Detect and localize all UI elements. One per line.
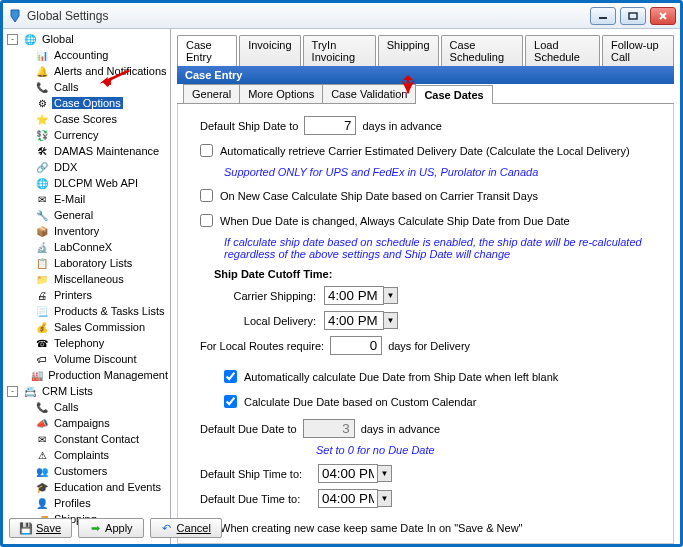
tree-item-profiles[interactable]: 👤Profiles	[3, 495, 170, 511]
apply-button[interactable]: ➡Apply	[78, 518, 144, 538]
close-button[interactable]	[650, 7, 676, 25]
tab-invoicing[interactable]: Invoicing	[239, 35, 300, 66]
tree-label: Laboratory Lists	[52, 257, 134, 269]
tree-label: Sales Commission	[52, 321, 147, 333]
tree-label: Constant Contact	[52, 433, 141, 445]
apply-icon: ➡	[89, 522, 101, 534]
calc-due-custom-checkbox[interactable]	[224, 395, 237, 408]
titlebar: Global Settings	[3, 3, 680, 29]
tree-item-labconnex[interactable]: 🔬LabConneX	[3, 239, 170, 255]
tree-item-printers[interactable]: 🖨Printers	[3, 287, 170, 303]
tree-item-alerts-and-notifications[interactable]: 🔔Alerts and Notifications	[3, 63, 170, 79]
tree-sidebar[interactable]: - 🌐 Global 📊Accounting🔔Alerts and Notifi…	[3, 29, 171, 544]
subtab-case-validation[interactable]: Case Validation	[322, 84, 416, 103]
on-new-case-checkbox[interactable]	[200, 189, 213, 202]
outer-tabs: Case EntryInvoicingTryIn InvoicingShippi…	[171, 29, 680, 66]
subtab-case-dates[interactable]: Case Dates	[415, 85, 492, 104]
tree-root-crm[interactable]: - 📇 CRM Lists	[3, 383, 170, 399]
tree-item-campaigns[interactable]: 📣Campaigns	[3, 415, 170, 431]
cutoff-heading: Ship Date Cutoff Time:	[214, 268, 655, 280]
chevron-down-icon[interactable]: ▼	[377, 490, 392, 507]
tree-node-icon: 🏭	[31, 368, 43, 382]
tree-item-accounting[interactable]: 📊Accounting	[3, 47, 170, 63]
save-icon: 💾	[20, 522, 32, 534]
tree-item-customers[interactable]: 👥Customers	[3, 463, 170, 479]
tree-node-icon: ⚠	[35, 448, 49, 462]
carrier-shipping-input[interactable]	[324, 286, 384, 305]
tree-item-volume-discount[interactable]: 🏷Volume Discount	[3, 351, 170, 367]
default-due-note: Set to 0 for no Due Date	[316, 444, 655, 456]
tree-label: Currency	[52, 129, 101, 141]
tree-node-icon: 🌐	[35, 176, 49, 190]
tree-item-case-options[interactable]: ⚙Case Options	[3, 95, 170, 111]
tree-item-miscellaneous[interactable]: 📁Miscellaneous	[3, 271, 170, 287]
default-due-time-input[interactable]	[318, 489, 378, 508]
chevron-down-icon[interactable]: ▼	[383, 312, 398, 329]
tree-item-dlcpm-web-api[interactable]: 🌐DLCPM Web API	[3, 175, 170, 191]
tree-root-global[interactable]: - 🌐 Global	[3, 31, 170, 47]
tree-item-constant-contact[interactable]: ✉Constant Contact	[3, 431, 170, 447]
tree-item-calls[interactable]: 📞Calls	[3, 79, 170, 95]
tree-item-complaints[interactable]: ⚠Complaints	[3, 447, 170, 463]
due-date-changed-checkbox[interactable]	[200, 214, 213, 227]
chevron-down-icon[interactable]: ▼	[383, 287, 398, 304]
tree-node-icon: 🛠	[35, 144, 49, 158]
tree-node-icon: 🏷	[35, 352, 49, 366]
subtab-more-options[interactable]: More Options	[239, 84, 323, 103]
tree-item-telephony[interactable]: ☎Telephony	[3, 335, 170, 351]
tree-item-case-scores[interactable]: ⭐Case Scores	[3, 111, 170, 127]
tree-node-icon: 🔗	[35, 160, 49, 174]
maximize-button[interactable]	[620, 7, 646, 25]
tree-item-products-tasks-lists[interactable]: 📃Products & Tasks Lists	[3, 303, 170, 319]
cancel-button[interactable]: ↶Cancel	[150, 518, 222, 538]
tree-label: Case Scores	[52, 113, 119, 125]
crm-icon: 📇	[23, 384, 37, 398]
tree-item-currency[interactable]: 💱Currency	[3, 127, 170, 143]
auto-retrieve-label: Automatically retrieve Carrier Estimated…	[220, 145, 630, 157]
tree-item-calls[interactable]: 📞Calls	[3, 399, 170, 415]
tree-label: Production Management	[46, 369, 170, 381]
collapse-icon[interactable]: -	[7, 34, 18, 45]
tree-item-damas-maintenance[interactable]: 🛠DAMAS Maintenance	[3, 143, 170, 159]
tab-shipping[interactable]: Shipping	[378, 35, 439, 66]
collapse-icon[interactable]: -	[7, 386, 18, 397]
tab-case-entry[interactable]: Case Entry	[177, 35, 237, 66]
tree-node-icon: ⚙	[35, 96, 49, 110]
tree-item-sales-commission[interactable]: 💰Sales Commission	[3, 319, 170, 335]
tree-label: Calls	[52, 401, 80, 413]
tree-item-general[interactable]: 🔧General	[3, 207, 170, 223]
minimize-button[interactable]	[590, 7, 616, 25]
tab-tryin-invoicing[interactable]: TryIn Invoicing	[303, 35, 376, 66]
tab-follow-up-call[interactable]: Follow-up Call	[602, 35, 674, 66]
tree-label: DLCPM Web API	[52, 177, 140, 189]
tree-label: Printers	[52, 289, 94, 301]
auto-retrieve-checkbox[interactable]	[200, 144, 213, 157]
tree-item-education-and-events[interactable]: 🎓Education and Events	[3, 479, 170, 495]
on-new-case-label: On New Case Calculate Ship Date based on…	[220, 190, 538, 202]
local-routes-input[interactable]	[330, 336, 382, 355]
save-button[interactable]: 💾Save	[9, 518, 72, 538]
local-delivery-input[interactable]	[324, 311, 384, 330]
tree-label: Products & Tasks Lists	[52, 305, 166, 317]
tree-item-ddx[interactable]: 🔗DDX	[3, 159, 170, 175]
subtab-general[interactable]: General	[183, 84, 240, 103]
window-title: Global Settings	[27, 9, 108, 23]
tree-label: Global	[40, 33, 76, 45]
tree-node-icon: 🔧	[35, 208, 49, 222]
tree-item-production-management[interactable]: 🏭Production Management	[3, 367, 170, 383]
tree-node-icon: 🎓	[35, 480, 49, 494]
tree-item-e-mail[interactable]: ✉E-Mail	[3, 191, 170, 207]
tree-item-inventory[interactable]: 📦Inventory	[3, 223, 170, 239]
chevron-down-icon[interactable]: ▼	[377, 465, 392, 482]
auto-calc-due-checkbox[interactable]	[224, 370, 237, 383]
default-ship-days-input[interactable]	[304, 116, 356, 135]
tab-case-scheduling[interactable]: Case Scheduling	[441, 35, 523, 66]
tab-load-schedule[interactable]: Load Schedule	[525, 35, 600, 66]
default-due-time-label: Default Due Time to:	[200, 493, 310, 505]
default-ship-time-input[interactable]	[318, 464, 378, 483]
default-due-days-input	[303, 419, 355, 438]
tree-item-laboratory-lists[interactable]: 📋Laboratory Lists	[3, 255, 170, 271]
tree-label: Profiles	[52, 497, 93, 509]
tree-node-icon: ✉	[35, 432, 49, 446]
tree-node-icon: 📊	[35, 48, 49, 62]
